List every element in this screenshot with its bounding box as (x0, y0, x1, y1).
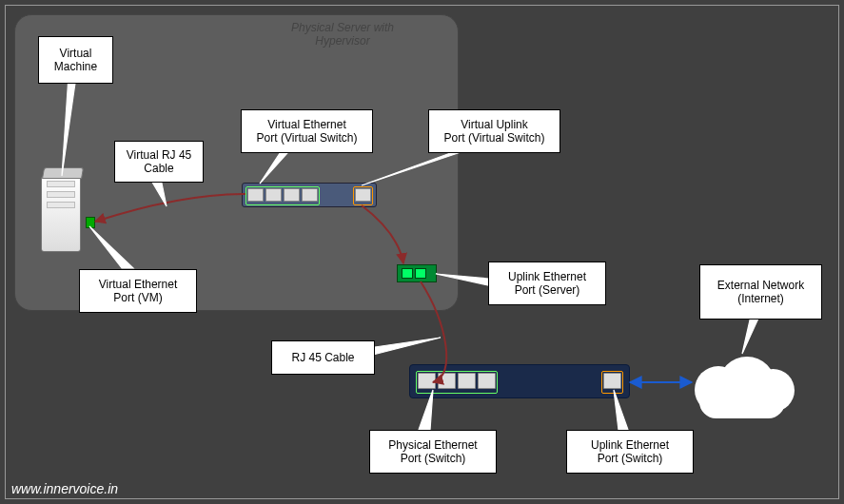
watermark: www.innervoice.in (11, 481, 118, 496)
virtual-switch-icon (242, 183, 377, 207)
callout-uplink-switch: Uplink EthernetPort (Switch) (566, 430, 694, 474)
callout-veth-vm: Virtual EthernetPort (VM) (79, 269, 197, 313)
callout-vuplink: Virtual UplinkPort (Virtual Switch) (428, 109, 560, 153)
pswitch-eth-port-group (416, 371, 498, 394)
hypervisor-title: Physical Server withHypervisor (247, 21, 438, 48)
cloud-internet-icon (685, 352, 799, 418)
callout-virtual-rj45: Virtual RJ 45Cable (114, 141, 204, 183)
pswitch-uplink-port (601, 371, 623, 394)
server-uplink-nic-icon (397, 264, 437, 282)
vm-ethernet-port-icon (86, 217, 95, 228)
vswitch-eth-port-group (245, 186, 320, 205)
callout-vm: VirtualMachine (38, 36, 113, 84)
callout-veth-switch: Virtual EthernetPort (Virtual Switch) (241, 109, 373, 153)
callout-uplink-server: Uplink EthernetPort (Server) (488, 262, 606, 305)
callout-phys-port: Physical EthernetPort (Switch) (369, 430, 497, 474)
vswitch-uplink-port (353, 186, 373, 205)
diagram-stage: Physical Server withHypervisor VirtualMa… (0, 0, 844, 504)
callout-rj45: RJ 45 Cable (271, 340, 375, 375)
physical-switch-icon (409, 364, 630, 398)
callout-external-network: External Network(Internet) (699, 264, 822, 320)
server-tower-icon (41, 176, 81, 252)
